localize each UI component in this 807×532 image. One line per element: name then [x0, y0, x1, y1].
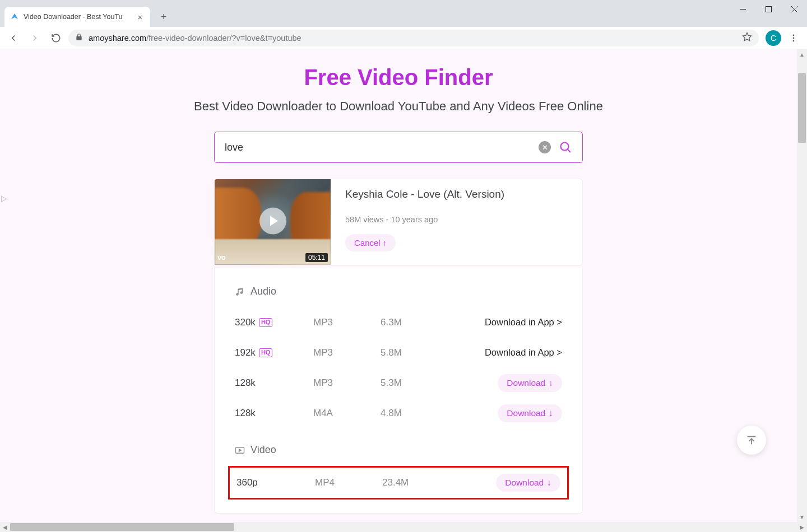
- page-title: Free Video Finder: [0, 65, 797, 90]
- vevo-watermark: vo: [217, 253, 225, 262]
- url-text: amoyshare.com/free-video-downloader/?v=l…: [89, 34, 736, 43]
- arrow-up-icon: ↑: [383, 238, 387, 248]
- browser-window: Video Downloader - Best YouTu × + amoysh…: [0, 0, 807, 532]
- back-button[interactable]: [4, 29, 22, 47]
- video-thumbnail[interactable]: vo 05:11: [215, 179, 331, 265]
- horizontal-scrollbar[interactable]: ◀ ▶: [0, 522, 807, 532]
- arrow-down-icon: ↓: [547, 478, 551, 488]
- result-card: vo 05:11 Keyshia Cole - Love (Alt. Versi…: [214, 179, 583, 265]
- action-cell: Download in App >: [465, 347, 562, 358]
- maximize-button[interactable]: [755, 0, 781, 18]
- back-to-top-button[interactable]: [737, 426, 766, 455]
- page-viewport: ▷ Free Video Finder Best Video Downloade…: [0, 49, 797, 522]
- download-button[interactable]: Download↓: [496, 474, 560, 492]
- action-cell: Download in App >: [465, 317, 562, 328]
- arrow-down-icon: ↓: [549, 378, 553, 388]
- scroll-down-arrow-icon[interactable]: ▼: [797, 512, 807, 522]
- size-cell: 4.8M: [381, 408, 465, 419]
- svg-line-9: [568, 150, 571, 152]
- tab-title: Video Downloader - Best YouTu: [24, 13, 131, 21]
- size-cell: 5.8M: [381, 347, 465, 358]
- page-subtitle: Best Video Downloader to Download YouTub…: [0, 99, 797, 114]
- size-cell: 23.4M: [382, 477, 466, 488]
- format-row: 360pMP423.4MDownload↓: [230, 471, 567, 494]
- download-label: Download: [507, 378, 545, 388]
- format-cell: M4A: [313, 408, 381, 419]
- quality-cell: 128k: [235, 377, 313, 389]
- svg-point-5: [793, 34, 795, 36]
- result-head: vo 05:11 Keyshia Cole - Love (Alt. Versi…: [215, 179, 582, 265]
- format-cell: MP3: [313, 347, 381, 358]
- hq-badge: HQ: [259, 348, 273, 357]
- format-row: 128kM4A4.8MDownload↓: [235, 398, 562, 428]
- favicon-icon: [10, 12, 19, 21]
- format-row: 192kHQMP35.8MDownload in App >: [235, 338, 562, 368]
- quality-cell: 192kHQ: [235, 347, 313, 358]
- video-section-head: Video: [235, 444, 562, 456]
- format-row: 320kHQMP36.3MDownload in App >: [235, 307, 562, 338]
- result-title: Keyshia Cole - Love (Alt. Version): [345, 188, 582, 200]
- hq-badge: HQ: [259, 318, 273, 326]
- tab-close-icon[interactable]: ×: [136, 12, 145, 21]
- profile-avatar[interactable]: C: [766, 30, 781, 46]
- audio-section-head: Audio: [235, 286, 562, 297]
- action-cell: Download↓: [465, 374, 562, 392]
- forward-button[interactable]: [26, 29, 44, 47]
- svg-point-6: [793, 37, 795, 39]
- play-icon[interactable]: [259, 207, 286, 234]
- minimize-button[interactable]: [730, 0, 755, 18]
- search-input[interactable]: [225, 142, 531, 153]
- search-box: ✕: [214, 132, 583, 163]
- music-note-icon: [235, 287, 245, 297]
- download-label: Download: [507, 408, 545, 418]
- scroll-up-arrow-icon[interactable]: ▲: [797, 49, 807, 59]
- video-icon: [235, 445, 245, 455]
- quality-cell: 320kHQ: [235, 317, 313, 328]
- cancel-button[interactable]: Cancel ↑: [345, 234, 396, 251]
- result-meta: 58M views - 10 years ago: [345, 215, 582, 224]
- video-label: Video: [251, 444, 276, 456]
- video-duration: 05:11: [305, 253, 328, 262]
- bookmark-star-icon[interactable]: [742, 32, 752, 44]
- browser-tab[interactable]: Video Downloader - Best YouTu ×: [4, 7, 150, 27]
- cancel-label: Cancel: [354, 238, 381, 248]
- browser-menu-icon[interactable]: [785, 29, 803, 47]
- download-in-app-link[interactable]: Download in App >: [485, 347, 562, 357]
- format-cell: MP4: [315, 477, 382, 488]
- main-content: Free Video Finder Best Video Downloader …: [0, 49, 797, 514]
- vertical-scroll-thumb[interactable]: [798, 73, 806, 143]
- format-cell: MP3: [313, 377, 381, 389]
- horizontal-scroll-thumb[interactable]: [10, 523, 234, 531]
- scroll-left-arrow-icon[interactable]: ◀: [0, 522, 10, 532]
- download-label: Download: [505, 478, 544, 488]
- new-tab-button[interactable]: +: [156, 9, 171, 25]
- vertical-scrollbar[interactable]: ▲ ▼: [797, 49, 807, 522]
- scroll-right-arrow-icon[interactable]: ▶: [797, 522, 807, 532]
- quality-cell: 360p: [236, 477, 315, 488]
- close-window-button[interactable]: [781, 0, 807, 18]
- format-cell: MP3: [313, 317, 381, 328]
- arrow-down-icon: ↓: [549, 408, 553, 418]
- download-in-app-link[interactable]: Download in App >: [485, 317, 562, 327]
- svg-marker-4: [743, 33, 752, 41]
- highlighted-row: 360pMP423.4MDownload↓: [228, 466, 569, 500]
- reload-button[interactable]: [47, 29, 65, 47]
- audio-label: Audio: [251, 286, 276, 297]
- viewport-wrap: ▷ Free Video Finder Best Video Downloade…: [0, 49, 807, 532]
- titlebar: Video Downloader - Best YouTu × +: [0, 0, 807, 27]
- search-icon[interactable]: [559, 141, 572, 154]
- omnibox[interactable]: amoyshare.com/free-video-downloader/?v=l…: [68, 30, 759, 46]
- size-cell: 5.3M: [381, 377, 465, 389]
- action-cell: Download↓: [465, 404, 562, 422]
- svg-point-7: [793, 40, 795, 41]
- lock-icon: [75, 33, 83, 43]
- format-row: 128kMP35.3MDownload↓: [235, 368, 562, 398]
- download-button[interactable]: Download↓: [498, 374, 562, 392]
- formats-panel: Audio 320kHQMP36.3MDownload in App >192k…: [214, 268, 583, 514]
- address-bar: amoyshare.com/free-video-downloader/?v=l…: [0, 27, 807, 49]
- side-collapse-icon[interactable]: ▷: [1, 194, 7, 203]
- svg-point-8: [561, 143, 569, 151]
- svg-marker-11: [239, 449, 242, 451]
- download-button[interactable]: Download↓: [498, 404, 562, 422]
- clear-search-icon[interactable]: ✕: [539, 141, 551, 153]
